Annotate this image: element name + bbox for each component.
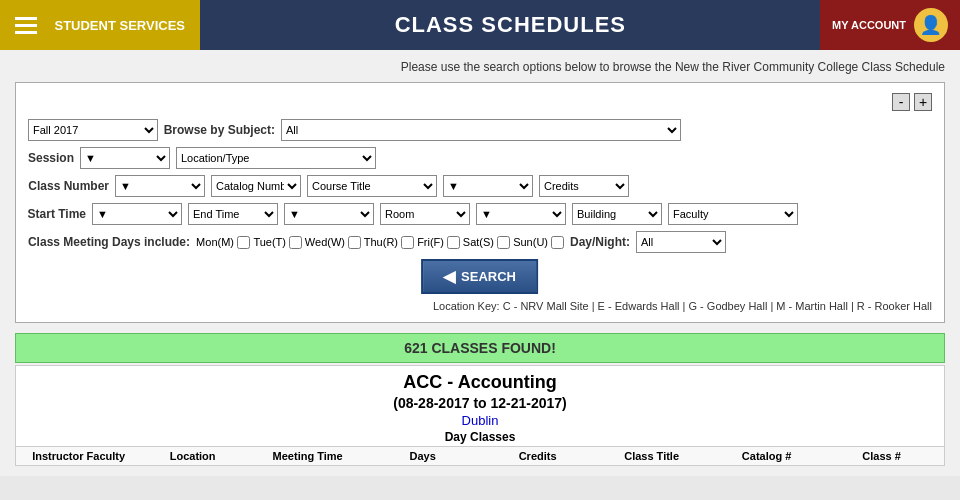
wed-checkbox[interactable] — [348, 236, 361, 249]
thu-checkbox[interactable] — [401, 236, 414, 249]
sun-checkbox[interactable] — [551, 236, 564, 249]
browse-subject-label: Browse by Subject: — [164, 123, 275, 137]
header-center: CLASS SCHEDULES — [200, 0, 820, 50]
col-catalog: Catalog # — [710, 450, 825, 462]
day-night-select[interactable]: All — [636, 231, 726, 253]
credits-dropdown[interactable]: ▼ — [443, 175, 533, 197]
faculty-select[interactable]: Faculty — [668, 203, 798, 225]
session-row: Location/Type ▼ Session — [28, 147, 932, 169]
main-content: Please use the search options below to b… — [0, 50, 960, 476]
time-row: Faculty Building ▼ Room ▼ End Time ▼ Sta… — [28, 203, 932, 225]
days-checkboxes: Sun(U) Sat(S) Fri(F) Thu(R) Wed(W) Tue(T… — [196, 236, 564, 249]
start-time-label: Start Time — [28, 207, 86, 221]
catalog-number-dropdown[interactable]: Catalog Number — [211, 175, 301, 197]
semester-select[interactable]: Fall 2017 — [28, 119, 158, 141]
class-number-label: Class Number — [28, 179, 109, 193]
course-section: ACC - Accounting (08-28-2017 to 12-21-20… — [15, 365, 945, 466]
col-class-title: Class Title — [595, 450, 710, 462]
building-dropdown[interactable]: ▼ — [476, 203, 566, 225]
header: 👤 MY ACCOUNT CLASS SCHEDULES STUDENT SER… — [0, 0, 960, 50]
tue-label: Tue(T) — [253, 236, 286, 248]
browse-subject-row: All Browse by Subject: Fall 2017 — [28, 119, 932, 141]
end-time-dropdown[interactable]: ▼ — [92, 203, 182, 225]
credits-select[interactable]: Credits — [539, 175, 629, 197]
expand-button[interactable]: + — [914, 93, 932, 111]
day-classes-label: Day Classes — [16, 430, 944, 446]
student-services-label: STUDENT SERVICES — [54, 18, 185, 33]
mon-checkbox[interactable] — [237, 236, 250, 249]
mon-label: Mon(M) — [196, 236, 234, 248]
results-banner: 621 CLASSES FOUND! — [15, 333, 945, 363]
sun-label: Sun(U) — [513, 236, 548, 248]
fri-label: Fri(F) — [417, 236, 444, 248]
instruction-text: Please use the search options below to b… — [15, 60, 945, 74]
search-box-controls: + - — [28, 93, 932, 111]
course-dates: (08-28-2017 to 12-21-2017) — [16, 395, 944, 413]
col-class-num: Class # — [824, 450, 939, 462]
days-include-label: Class Meeting Days include: — [28, 235, 190, 249]
end-time-select[interactable]: End Time — [188, 203, 278, 225]
wed-label: Wed(W) — [305, 236, 345, 248]
my-account-section[interactable]: 👤 MY ACCOUNT — [820, 0, 960, 50]
tue-checkbox[interactable] — [289, 236, 302, 249]
student-services-section[interactable]: STUDENT SERVICES — [0, 0, 200, 50]
room-select[interactable]: Room — [380, 203, 470, 225]
collapse-button[interactable]: - — [892, 93, 910, 111]
class-number-row: Credits ▼ Course Title Catalog Number ▼ … — [28, 175, 932, 197]
col-faculty: Instructor Faculty — [21, 450, 136, 462]
fri-checkbox[interactable] — [447, 236, 460, 249]
building-select[interactable]: Building — [572, 203, 662, 225]
location-type-select[interactable]: Location/Type — [176, 147, 376, 169]
location-key-text: Location Key: C - NRV Mall Site | E - Ed… — [28, 300, 932, 312]
table-header-row: Class # Catalog # Class Title Credits Da… — [16, 446, 944, 465]
day-night-label: Day/Night: — [570, 235, 630, 249]
search-arrow-icon: ◀ — [444, 267, 456, 286]
course-title: ACC - Accounting — [16, 366, 944, 395]
sat-checkbox[interactable] — [497, 236, 510, 249]
col-meeting-time: Meeting Time — [251, 450, 366, 462]
hamburger-menu-icon[interactable] — [15, 17, 37, 34]
session-label: Session — [28, 151, 74, 165]
thu-label: Thu(R) — [364, 236, 398, 248]
course-title-select[interactable]: Course Title — [307, 175, 437, 197]
page-title: CLASS SCHEDULES — [394, 12, 625, 38]
search-button-label: SEARCH — [462, 269, 517, 284]
search-button-row: ◀ SEARCH — [28, 259, 932, 294]
catalog-select2[interactable]: ▼ — [115, 175, 205, 197]
avatar: 👤 — [914, 8, 948, 42]
col-credits: Credits — [480, 450, 595, 462]
my-account-label[interactable]: MY ACCOUNT — [832, 18, 906, 32]
col-days: Days — [365, 450, 480, 462]
room-dropdown[interactable]: ▼ — [284, 203, 374, 225]
sat-label: Sat(S) — [463, 236, 494, 248]
days-row: All Day/Night: Sun(U) Sat(S) Fri(F) Thu(… — [28, 231, 932, 253]
subject-select[interactable]: All — [281, 119, 681, 141]
col-location: Location — [136, 450, 251, 462]
session-select-helper[interactable]: ▼ — [80, 147, 170, 169]
search-box: + - All Browse by Subject: Fall 2017 Loc… — [15, 82, 945, 323]
course-location[interactable]: Dublin — [16, 413, 944, 430]
search-button[interactable]: ◀ SEARCH — [422, 259, 539, 294]
